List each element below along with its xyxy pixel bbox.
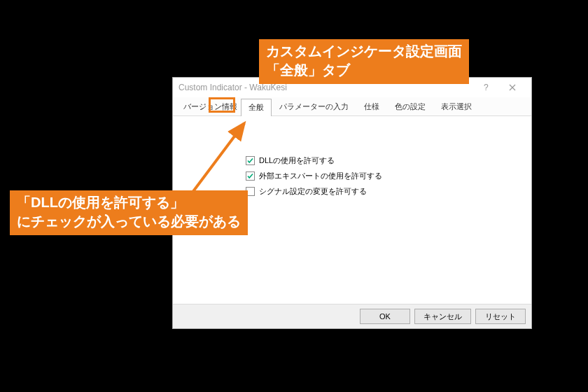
- tab-colors[interactable]: 色の設定: [387, 98, 433, 115]
- label-allow-dll: DLLの使用を許可する: [259, 155, 335, 166]
- cancel-button[interactable]: キャンセル: [414, 309, 471, 324]
- close-icon[interactable]: [499, 78, 526, 97]
- annotation-highlight-general-tab: [209, 97, 235, 113]
- tab-spec[interactable]: 仕様: [356, 98, 387, 115]
- help-icon[interactable]: ?: [472, 78, 499, 97]
- annotation-callout-top: カスタムインジケータ設定画面 「全般」タブ: [259, 39, 469, 84]
- tab-general[interactable]: 全般: [241, 99, 272, 116]
- svg-text:?: ?: [484, 83, 489, 92]
- annotation-callout-left-line1: 「DLLの使用を許可する」: [17, 193, 241, 212]
- ok-button[interactable]: OK: [360, 309, 410, 324]
- annotation-callout-top-line1: カスタムインジケータ設定画面: [266, 42, 462, 61]
- checkbox-allow-ext-experts[interactable]: [246, 172, 255, 181]
- checkbox-allow-dll[interactable]: [246, 156, 255, 165]
- annotation-callout-top-line2: 「全般」タブ: [266, 61, 462, 80]
- tab-parameters[interactable]: パラメーターの入力: [272, 98, 356, 115]
- row-allow-dll: DLLの使用を許可する: [246, 155, 335, 166]
- label-allow-signal-change: シグナル設定の変更を許可する: [259, 186, 367, 197]
- row-allow-signal-change: シグナル設定の変更を許可する: [246, 186, 367, 197]
- tab-display[interactable]: 表示選択: [433, 98, 479, 115]
- annotation-callout-left-line2: にチェックが入っている必要がある: [17, 212, 241, 231]
- label-allow-ext-experts: 外部エキスパートの使用を許可する: [259, 171, 382, 181]
- button-bar: OK キャンセル リセット: [173, 304, 531, 328]
- reset-button[interactable]: リセット: [475, 309, 526, 324]
- annotation-callout-left: 「DLLの使用を許可する」 にチェックが入っている必要がある: [10, 190, 248, 235]
- row-allow-ext-experts: 外部エキスパートの使用を許可する: [246, 171, 382, 181]
